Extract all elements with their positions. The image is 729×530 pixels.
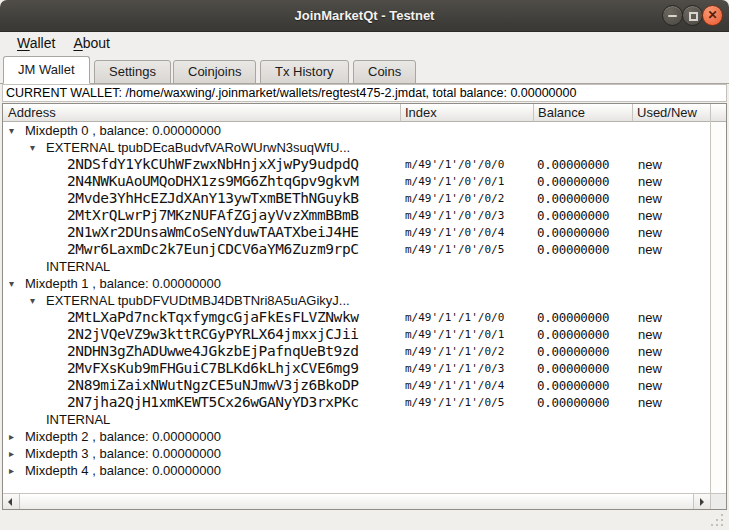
tree-row[interactable]: 2MvFXsKub9mFHGuiC7BLKd6kLhjxCVE6mg9 m/49… (3, 360, 710, 377)
index-cell: m/49'/1'/0'/0/4 (401, 224, 534, 241)
menu-wallet-mnemonic: W (17, 35, 30, 51)
grip-dot (721, 514, 723, 516)
tree-row[interactable]: 2N1wXr2DUnsaWmCoSeNYduwTAATXbeiJ4HE m/49… (3, 224, 710, 241)
branch-arrow-icon[interactable]: ▸ (9, 462, 25, 479)
address-label: EXTERNAL tpubDEcaBudvfVARoWUrwN3suqWfU..… (46, 139, 350, 156)
grip-dot (716, 524, 718, 526)
close-button[interactable]: ✕ (702, 5, 723, 26)
status-cell (633, 139, 710, 156)
status-cell: new (633, 190, 710, 207)
tree-row[interactable]: INTERNAL (3, 411, 710, 428)
tree-row[interactable]: ▸ Mixdepth 3 , balance: 0.00000000 (3, 445, 710, 462)
branch-arrow-icon[interactable]: ▾ (9, 275, 25, 292)
grip-dot (711, 524, 713, 526)
address-cell: 2NDHN3gZhADUwwe4JGkzbEjPafnqUeBt9zd (3, 343, 401, 360)
status-cell: new (633, 241, 710, 258)
scroll-left-button[interactable] (3, 494, 20, 509)
tree-row[interactable]: INTERNAL (3, 258, 710, 275)
column-header-used-new[interactable]: Used/New (633, 104, 710, 122)
status-cell: new (633, 309, 710, 326)
branch-arrow-icon[interactable]: ▾ (30, 139, 46, 156)
index-cell: m/49'/1'/0'/0/5 (401, 241, 534, 258)
scrollbar-header-cap (711, 104, 726, 122)
index-cell (401, 258, 534, 275)
horizontal-scrollbar[interactable] (3, 493, 710, 509)
column-header-balance[interactable]: Balance (534, 104, 633, 122)
balance-cell (534, 445, 633, 462)
titlebar[interactable]: JoinMarketQt - Testnet ✕ (0, 0, 729, 32)
scrollbar-corner (710, 493, 726, 509)
branch-arrow-icon[interactable]: ▸ (9, 428, 25, 445)
tree-row[interactable]: 2N4NWKuAoUMQoDHX1zs9MG6ZhtqGpv9gkvM m/49… (3, 173, 710, 190)
balance-cell: 0.00000000 (534, 190, 633, 207)
address-label: 2Mwr6LaxmDc2k7EunjCDCV6aYM6Zuzm9rpC (67, 241, 359, 258)
index-cell (401, 462, 534, 479)
maximize-button[interactable] (682, 5, 703, 26)
tree-row[interactable]: ▾ EXTERNAL tpubDFVUDtMBJ4DBTNri8A5uAGiky… (3, 292, 710, 309)
status-cell: new (633, 394, 710, 411)
tree-row[interactable]: 2N2jVQeVZ9w3kttRCGyPYRLX64jmxxjCJii m/49… (3, 326, 710, 343)
tree-row[interactable]: 2Mwr6LaxmDc2k7EunjCDCV6aYM6Zuzm9rpC m/49… (3, 241, 710, 258)
column-header-address[interactable]: Address (3, 104, 401, 122)
address-label: 2N1wXr2DUnsaWmCoSeNYduwTAATXbeiJ4HE (67, 224, 359, 241)
resize-grip[interactable] (709, 512, 723, 526)
balance-cell (534, 411, 633, 428)
balance-cell (534, 122, 633, 139)
index-cell: m/49'/1'/0'/0/3 (401, 207, 534, 224)
status-cell (633, 428, 710, 445)
tree-row[interactable]: 2MtXrQLwrPj7MKzNUFAfZGjayVvzXmmBBmB m/49… (3, 207, 710, 224)
tree-row[interactable]: 2NDSfdY1YkCUhWFzwxNbHnjxXjwPy9udpdQ m/49… (3, 156, 710, 173)
tree-row[interactable]: 2N89miZaixNWutNgzCE5uNJmwV3jz6BkoDP m/49… (3, 377, 710, 394)
tab-coins[interactable]: Coins (353, 60, 416, 84)
address-cell: 2MtLXaPd7nckTqxfymgcGjaFkEsFLVZNwkw (3, 309, 401, 326)
address-label: 2N89miZaixNWutNgzCE5uNJmwV3jz6BkoDP (67, 377, 359, 394)
window-controls: ✕ (663, 5, 723, 26)
address-cell: 2NDSfdY1YkCUhWFzwxNbHnjxXjwPy9udpdQ (3, 156, 401, 173)
column-header-index[interactable]: Index (401, 104, 534, 122)
balance-cell (534, 275, 633, 292)
wallet-tree: Address Index Balance Used/New ▾ Mixdept… (2, 103, 727, 510)
tree-row[interactable]: ▾ Mixdepth 1 , balance: 0.00000000 (3, 275, 710, 292)
balance-cell: 0.00000000 (534, 343, 633, 360)
branch-arrow-icon[interactable]: ▾ (9, 122, 25, 139)
status-cell (633, 275, 710, 292)
minimize-button[interactable] (662, 5, 683, 26)
branch-arrow-icon[interactable]: ▸ (9, 445, 25, 462)
index-cell: m/49'/1'/1'/0/4 (401, 377, 534, 394)
window-title: JoinMarketQt - Testnet (0, 0, 729, 32)
balance-cell: 0.00000000 (534, 326, 633, 343)
tab-settings[interactable]: Settings (94, 60, 171, 84)
menu-about[interactable]: About (64, 32, 119, 55)
status-cell: new (633, 207, 710, 224)
tree-row[interactable]: ▾ Mixdepth 0 , balance: 0.00000000 (3, 122, 710, 139)
vertical-scrollbar[interactable] (710, 104, 726, 493)
tree-row[interactable]: 2MtLXaPd7nckTqxfymgcGjaFkEsFLVZNwkw m/49… (3, 309, 710, 326)
menu-about-mnemonic: A (73, 35, 82, 51)
scroll-right-button[interactable] (693, 494, 710, 509)
address-label: 2N7jha2QjH1xmKEWT5Cx26wGANyYD3rxPKc (67, 394, 359, 411)
status-cell (633, 462, 710, 479)
tree-row[interactable]: 2NDHN3gZhADUwwe4JGkzbEjPafnqUeBt9zd m/49… (3, 343, 710, 360)
tree-row[interactable]: 2N7jha2QjH1xmKEWT5Cx26wGANyYD3rxPKc m/49… (3, 394, 710, 411)
horizontal-scrollbar-thumb[interactable] (20, 494, 693, 509)
tree-row[interactable]: 2Mvde3YhHcEZJdXAnY13ywTxmBEThNGuykB m/49… (3, 190, 710, 207)
tab-jm-wallet[interactable]: JM Wallet (3, 56, 90, 84)
branch-arrow-icon[interactable]: ▾ (30, 292, 46, 309)
address-cell: INTERNAL (3, 258, 401, 275)
address-cell: 2N4NWKuAoUMQoDHX1zs9MG6ZhtqGpv9gkvM (3, 173, 401, 190)
balance-cell: 0.00000000 (534, 224, 633, 241)
address-cell: ▾ EXTERNAL tpubDEcaBudvfVARoWUrwN3suqWfU… (3, 139, 401, 156)
index-cell: m/49'/1'/0'/0/0 (401, 156, 534, 173)
balance-cell: 0.00000000 (534, 360, 633, 377)
tree-row[interactable]: ▾ EXTERNAL tpubDEcaBudvfVARoWUrwN3suqWfU… (3, 139, 710, 156)
tree-row[interactable]: ▸ Mixdepth 4 , balance: 0.00000000 (3, 462, 710, 479)
address-cell: 2MvFXsKub9mFHGuiC7BLKd6kLhjxCVE6mg9 (3, 360, 401, 377)
balance-cell: 0.00000000 (534, 309, 633, 326)
tab-coinjoins[interactable]: Coinjoins (173, 60, 256, 84)
address-label: Mixdepth 3 , balance: 0.00000000 (25, 445, 221, 462)
address-label: Mixdepth 0 , balance: 0.00000000 (25, 122, 221, 139)
joinmarket-window: { "titlebar": { "title": "JoinMarketQt -… (0, 0, 729, 530)
tab-tx-history[interactable]: Tx History (260, 60, 349, 84)
menu-wallet[interactable]: Wallet (8, 32, 64, 55)
tree-row[interactable]: ▸ Mixdepth 2 , balance: 0.00000000 (3, 428, 710, 445)
